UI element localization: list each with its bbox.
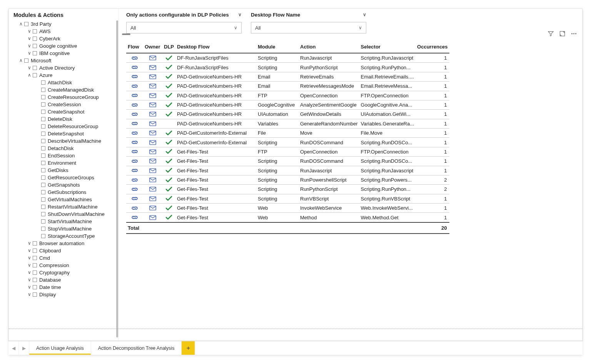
table-row[interactable]: DF-RunJavaScriptFilesScriptingRunPythonS… <box>126 63 449 72</box>
focus-mode-icon[interactable] <box>559 30 565 37</box>
checkbox[interactable] <box>33 66 37 70</box>
owner-mail-icon[interactable] <box>143 110 162 119</box>
checkbox[interactable] <box>41 139 45 143</box>
tree-item[interactable]: Azure <box>13 72 118 79</box>
tree-item[interactable]: Microsoft <box>13 57 118 64</box>
expand-collapse-icon[interactable] <box>18 21 23 27</box>
flow-link-icon[interactable] <box>126 72 143 81</box>
modules-actions-tree[interactable]: 3rd PartyAWSCyberArkGoogle cognitiveIBM … <box>13 20 118 298</box>
tree-item[interactable]: Database <box>13 276 118 284</box>
checkbox[interactable] <box>41 190 45 194</box>
checkbox[interactable] <box>33 292 37 297</box>
owner-mail-icon[interactable] <box>143 194 162 203</box>
expand-collapse-icon[interactable] <box>27 291 32 298</box>
checkbox[interactable] <box>33 285 37 289</box>
table-row[interactable]: PAD-GetInvoiceNumbers-HREmailRetrieveMes… <box>126 82 449 91</box>
tree-item[interactable]: GetVirtualMachines <box>13 196 118 203</box>
resize-grip-icon[interactable] <box>122 33 130 35</box>
table-row[interactable]: Get-Files-TestScriptingRunJavascriptScri… <box>126 166 449 175</box>
checkbox[interactable] <box>33 256 37 260</box>
checkbox[interactable] <box>41 80 45 85</box>
flow-link-icon[interactable] <box>126 157 143 166</box>
expand-collapse-icon[interactable] <box>27 43 32 49</box>
checkbox[interactable] <box>33 51 37 55</box>
checkbox[interactable] <box>41 205 45 209</box>
checkbox[interactable] <box>33 263 37 267</box>
slicer-flow-dropdown[interactable]: All ∨ <box>251 22 366 33</box>
checkbox[interactable] <box>41 124 45 129</box>
table-row[interactable]: PAD-GetCustomerInfo-ExternalFileMoveFile… <box>126 129 449 138</box>
tree-item[interactable]: CreateSnapshot <box>13 108 118 115</box>
checkbox[interactable] <box>33 44 37 48</box>
tree-item[interactable]: ShutDownVirtualMachine <box>13 210 118 218</box>
checkbox[interactable] <box>41 95 45 99</box>
flow-link-icon[interactable] <box>126 147 143 156</box>
owner-mail-icon[interactable] <box>143 166 162 175</box>
expand-collapse-icon[interactable] <box>27 277 32 283</box>
checkbox[interactable] <box>41 197 45 202</box>
col-desktopflow[interactable]: Desktop Flow <box>175 41 256 53</box>
tree-item[interactable]: CreateManagedDisk <box>13 86 118 94</box>
flow-link-icon[interactable] <box>126 213 143 222</box>
checkbox[interactable] <box>41 175 45 180</box>
flow-link-icon[interactable] <box>126 204 143 213</box>
tab-action-usage[interactable]: Action Usage Analysis <box>29 341 91 355</box>
col-occurrences[interactable]: Occurrences <box>416 41 449 53</box>
tree-item[interactable]: Active Directory <box>13 64 118 72</box>
checkbox[interactable] <box>41 88 45 92</box>
tree-item[interactable]: Clipboard <box>13 247 118 254</box>
checkbox[interactable] <box>41 102 45 107</box>
flow-link-icon[interactable] <box>126 129 143 138</box>
more-options-icon[interactable] <box>571 30 577 37</box>
checkbox[interactable] <box>33 29 37 33</box>
tree-item[interactable]: Compression <box>13 262 118 269</box>
checkbox[interactable] <box>33 73 37 77</box>
checkbox[interactable] <box>33 241 37 245</box>
filter-icon[interactable] <box>548 30 554 37</box>
expand-collapse-icon[interactable] <box>27 262 32 269</box>
owner-mail-icon[interactable] <box>143 157 162 166</box>
flow-link-icon[interactable] <box>126 82 143 91</box>
flow-link-icon[interactable] <box>126 53 143 63</box>
tree-item[interactable]: EndSession <box>13 152 118 159</box>
owner-mail-icon[interactable] <box>143 147 162 156</box>
flow-link-icon[interactable] <box>126 166 143 175</box>
expand-collapse-icon[interactable] <box>27 255 32 261</box>
tab-decomposition[interactable]: Action Decomposition Tree Analysis <box>91 341 182 355</box>
checkbox[interactable] <box>33 249 37 253</box>
checkbox[interactable] <box>41 219 45 224</box>
owner-mail-icon[interactable] <box>143 100 162 109</box>
col-module[interactable]: Module <box>256 41 299 53</box>
flow-link-icon[interactable] <box>126 175 143 184</box>
owner-mail-icon[interactable] <box>143 72 162 81</box>
checkbox[interactable] <box>33 270 37 275</box>
tree-item[interactable]: GetDisks <box>13 167 118 174</box>
tree-item[interactable]: AWS <box>13 28 118 35</box>
checkbox[interactable] <box>24 22 28 26</box>
tree-item[interactable]: DeleteDisk <box>13 115 118 123</box>
checkbox[interactable] <box>41 183 45 187</box>
flow-link-icon[interactable] <box>126 110 143 119</box>
checkbox[interactable] <box>41 146 45 150</box>
tree-item[interactable]: GetSubscriptions <box>13 189 118 196</box>
checkbox[interactable] <box>41 234 45 238</box>
owner-mail-icon[interactable] <box>143 129 162 138</box>
checkbox[interactable] <box>41 110 45 114</box>
table-row[interactable]: Get-Files-TestScriptingRunDOSCommandScri… <box>126 157 449 166</box>
table-row[interactable]: Get-Files-TestScriptingRunVBScriptScript… <box>126 194 449 203</box>
expand-collapse-icon[interactable] <box>27 50 32 57</box>
owner-mail-icon[interactable] <box>143 204 162 213</box>
tree-item[interactable]: CreateResourceGroup <box>13 94 118 101</box>
tab-add-page[interactable]: + <box>182 341 195 355</box>
tree-item[interactable]: Date time <box>13 284 118 291</box>
flow-link-icon[interactable] <box>126 91 143 100</box>
checkbox[interactable] <box>33 37 37 41</box>
expand-collapse-icon[interactable] <box>27 284 32 291</box>
expand-collapse-icon[interactable] <box>27 65 32 71</box>
col-owner[interactable]: Owner <box>143 41 162 53</box>
col-dlp[interactable]: DLP <box>162 41 175 53</box>
expand-collapse-icon[interactable] <box>27 28 32 35</box>
table-row[interactable]: Get-Files-TestFTPOpenConnectionFTP.OpenC… <box>126 147 449 156</box>
flow-link-icon[interactable] <box>126 138 143 147</box>
tree-item[interactable]: GetSnapshots <box>13 181 118 189</box>
